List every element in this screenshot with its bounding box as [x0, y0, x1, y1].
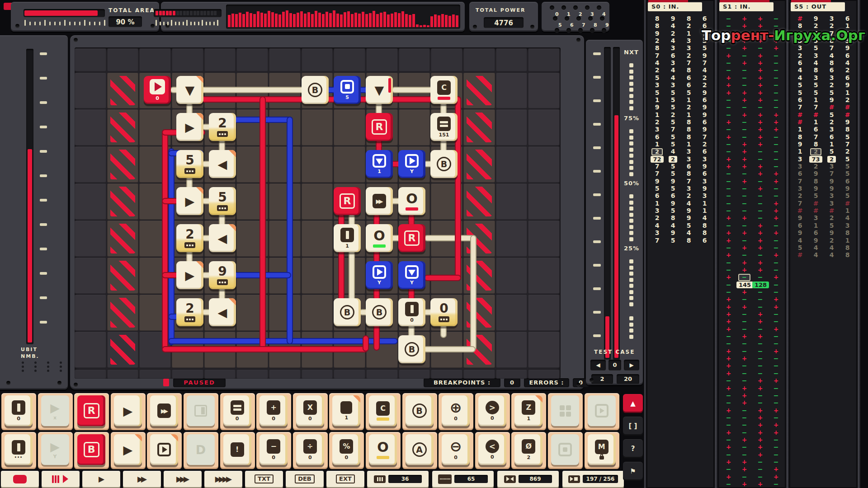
palette-tile-ibox[interactable]: 0: [5, 395, 33, 426]
board-tile-▼[interactable]: ▼: [366, 76, 393, 104]
palette-tile-X[interactable]: X0: [296, 395, 324, 426]
board-tile-◀[interactable]: ◀: [209, 224, 236, 252]
counter-checks[interactable]: 65: [432, 471, 494, 487]
board-tile-2[interactable]: 2: [176, 298, 203, 326]
palette-tile-<[interactable]: <0: [478, 434, 506, 465]
palette-tile-ghalf[interactable]: [187, 395, 215, 426]
palette-tile-boxfill[interactable]: 1: [332, 395, 360, 426]
board-tile-bars2[interactable]: 151: [430, 113, 458, 141]
palette-tile-▶[interactable]: ▶x: [41, 395, 69, 426]
palette-tile-B[interactable]: B: [77, 434, 105, 465]
side-button-1[interactable]: [ ]: [623, 417, 643, 436]
palette-tile-C[interactable]: C: [369, 395, 397, 426]
palette-tile-%[interactable]: %0: [332, 434, 360, 465]
stream-cell: 6: [649, 192, 665, 199]
palette-tile-gsq4[interactable]: [551, 395, 579, 426]
stop-button[interactable]: [1, 471, 39, 487]
stream-cell: −: [752, 347, 768, 355]
step-button[interactable]: [42, 471, 80, 487]
board-tile-▶[interactable]: ▶: [176, 261, 203, 289]
scale-dot: [629, 302, 633, 306]
stream-cell: 8: [824, 59, 840, 66]
board-tile-R[interactable]: R: [334, 187, 361, 215]
board-tile-bluebox[interactable]: Y: [366, 261, 393, 289]
stream-cell: 5: [840, 163, 855, 170]
palette-tile-ff[interactable]: ▶▶: [150, 395, 178, 426]
play-button[interactable]: ▶: [82, 471, 120, 487]
palette-tile-B[interactable]: B: [406, 395, 434, 426]
scale-dot: [629, 63, 633, 67]
palette-tile-Ø[interactable]: Ø2: [514, 434, 542, 465]
speed2-button[interactable]: ▶▶: [123, 471, 161, 487]
board-tile-◀[interactable]: ◀: [209, 150, 236, 178]
counter-steps[interactable]: 869: [497, 471, 559, 487]
test-case-prev-button[interactable]: ◀: [590, 360, 606, 371]
palette-tile-M[interactable]: M: [588, 434, 616, 465]
palette-tile-÷[interactable]: ÷0: [296, 434, 324, 465]
board-tile-ibox[interactable]: 1: [334, 224, 361, 252]
speed4-button[interactable]: ▶▶▶▶: [204, 471, 242, 487]
board-tile-▶[interactable]: ▶: [176, 187, 203, 215]
board-tile-start[interactable]: 0: [144, 76, 171, 104]
stream-cell: −: [721, 15, 736, 22]
counter-cycles[interactable]: 36: [367, 471, 429, 487]
board-tile-0[interactable]: 0: [430, 298, 458, 326]
test-case-next-button[interactable]: ▶: [624, 360, 639, 371]
board-tile-bluebox[interactable]: 1: [366, 150, 393, 178]
ext-button[interactable]: EXT: [326, 471, 364, 487]
stream-cell: +: [721, 310, 736, 318]
palette-tile-Z[interactable]: Z1: [514, 395, 542, 426]
numpad-hole: [555, 28, 559, 33]
board-tile-bluebox[interactable]: 5: [334, 76, 361, 104]
board-tile-ibox[interactable]: 0: [398, 298, 425, 326]
palette-tile-gplay[interactable]: [588, 395, 616, 426]
board-tile-B[interactable]: B: [302, 76, 329, 104]
board-tile-B[interactable]: B: [398, 335, 425, 363]
board-tile-ff[interactable]: ▶▶: [366, 187, 393, 215]
palette-tile-▶[interactable]: ▶Y: [41, 434, 69, 465]
board-tile-R[interactable]: R: [366, 113, 393, 141]
board-tile-O[interactable]: O: [366, 224, 393, 252]
side-button-0[interactable]: ▲: [623, 394, 643, 413]
vent-dot: [47, 361, 49, 364]
palette-tile-O[interactable]: O: [369, 434, 397, 465]
board-tile-▼[interactable]: ▼: [176, 76, 203, 104]
board-tile-B[interactable]: B: [366, 298, 393, 326]
board-tile-bluebox[interactable]: Y: [398, 150, 425, 178]
palette-tile-▶[interactable]: ▶: [114, 434, 142, 465]
palette-tile->[interactable]: >0: [478, 395, 506, 426]
speed3-button[interactable]: ▶▶▶: [164, 471, 202, 487]
board-tile-B[interactable]: B: [334, 298, 361, 326]
palette-tile-boxplay[interactable]: [150, 434, 178, 465]
board-tile-5[interactable]: 5: [209, 187, 236, 215]
board-tile-R[interactable]: R: [398, 224, 425, 252]
palette-tile-ominus[interactable]: ⊖0: [442, 434, 470, 465]
counter-tape[interactable]: 197 / 256: [562, 471, 624, 487]
board-tile-2[interactable]: 2: [209, 113, 236, 141]
board-tile-9[interactable]: 9: [209, 261, 236, 289]
side-button-3[interactable]: ⚑: [623, 462, 643, 481]
board-tile-▶[interactable]: ▶: [176, 113, 203, 141]
board-tile-B[interactable]: B: [430, 150, 458, 178]
side-button-2[interactable]: ?: [623, 439, 643, 458]
board-tile-C[interactable]: C: [430, 76, 458, 104]
palette-tile-▶[interactable]: ▶: [114, 395, 142, 426]
board-tile-◀[interactable]: ◀: [209, 298, 236, 326]
board-tile-2[interactable]: 2: [176, 224, 203, 252]
palette-tile-![interactable]: !: [223, 434, 251, 465]
palette-tile-−[interactable]: −0: [259, 434, 288, 465]
palette-tile-gsqin[interactable]: [551, 434, 579, 465]
palette-tile-bars2[interactable]: 0: [223, 395, 251, 426]
deb-button[interactable]: DEB: [286, 471, 324, 487]
board-tile-bluebox[interactable]: Y: [398, 261, 425, 289]
board-tile-5[interactable]: 5: [176, 150, 203, 178]
txt-button[interactable]: TXT: [245, 471, 283, 487]
palette-tile-ibox[interactable]: •••: [5, 434, 33, 465]
palette-tile-R[interactable]: R: [77, 395, 105, 426]
board-tile-O[interactable]: O: [398, 187, 425, 215]
palette-tile-gD[interactable]: D: [187, 434, 215, 465]
palette-tile-A[interactable]: A: [406, 434, 434, 465]
palette-tile-+[interactable]: +0: [259, 395, 288, 426]
tile-glyph: [184, 316, 195, 322]
palette-tile-oplus[interactable]: ⊕0: [442, 395, 470, 426]
